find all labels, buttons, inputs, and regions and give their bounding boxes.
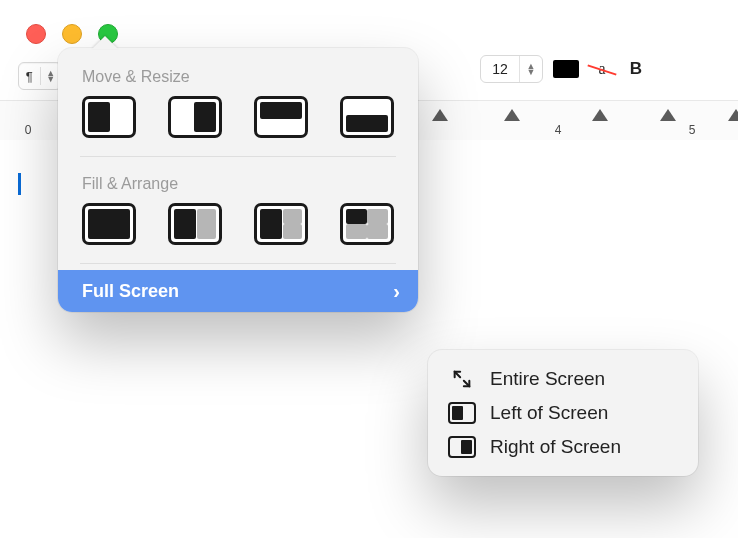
strikethrough-color-button[interactable]: a	[589, 58, 615, 80]
tab-stop-marker[interactable]	[504, 109, 520, 121]
fill-arrange-section-label: Fill & Arrange	[58, 169, 418, 203]
chevron-right-icon: ›	[393, 280, 400, 303]
popover-divider	[80, 263, 396, 264]
window-tiling-popover: Move & Resize Fill & Arrange Full Screen…	[58, 48, 418, 312]
ruler-label-4: 4	[555, 123, 562, 137]
submenu-label: Right of Screen	[490, 436, 621, 458]
font-size-stepper[interactable]: 12 ▲▼	[480, 55, 543, 83]
font-size-value: 12	[481, 61, 519, 77]
expand-arrows-icon	[448, 368, 476, 390]
minimize-window-button[interactable]	[62, 24, 82, 44]
arrange-left-two-button[interactable]	[254, 203, 308, 245]
close-window-button[interactable]	[26, 24, 46, 44]
fill-screen-button[interactable]	[82, 203, 136, 245]
tab-stop-marker[interactable]	[432, 109, 448, 121]
left-of-screen-item[interactable]: Left of Screen	[438, 396, 688, 430]
entire-screen-item[interactable]: Entire Screen	[438, 362, 688, 396]
full-screen-submenu: Entire Screen Left of Screen Right of Sc…	[428, 350, 698, 476]
tab-stop-marker[interactable]	[592, 109, 608, 121]
move-resize-options	[58, 96, 418, 156]
document-window: ¶ ▲▼ 12 ▲▼ a B 0 4 5	[0, 0, 738, 538]
bold-button[interactable]: B	[625, 59, 647, 79]
full-screen-label: Full Screen	[82, 281, 179, 302]
text-format-controls: 12 ▲▼ a B	[480, 56, 647, 82]
tab-stop-marker[interactable]	[728, 109, 738, 121]
move-resize-section-label: Move & Resize	[58, 62, 418, 96]
popover-divider	[80, 156, 396, 157]
left-half-icon	[448, 402, 476, 424]
tile-bottom-half-button[interactable]	[340, 96, 394, 138]
text-cursor	[18, 173, 21, 195]
tab-stop-marker[interactable]	[660, 109, 676, 121]
ruler-label-0: 0	[25, 123, 32, 137]
full-screen-menu-item[interactable]: Full Screen ›	[58, 270, 418, 312]
submenu-label: Left of Screen	[490, 402, 608, 424]
submenu-label: Entire Screen	[490, 368, 605, 390]
tile-left-half-button[interactable]	[82, 96, 136, 138]
right-half-icon	[448, 436, 476, 458]
ruler-label-5: 5	[689, 123, 696, 137]
paragraph-style-dropdown[interactable]: ¶ ▲▼	[18, 62, 62, 90]
fill-arrange-options	[58, 203, 418, 263]
tile-right-half-button[interactable]	[168, 96, 222, 138]
arrange-quarters-button[interactable]	[340, 203, 394, 245]
right-of-screen-item[interactable]: Right of Screen	[438, 430, 688, 464]
tile-top-half-button[interactable]	[254, 96, 308, 138]
arrange-left-right-button[interactable]	[168, 203, 222, 245]
text-color-swatch[interactable]	[553, 60, 579, 78]
